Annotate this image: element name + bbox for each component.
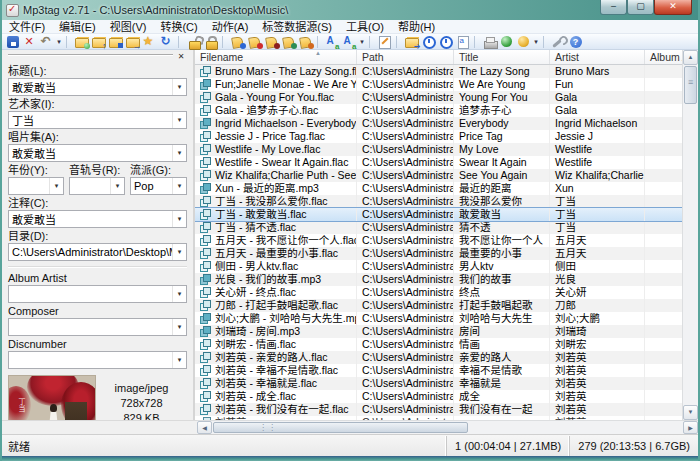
dropdown-caret-icon[interactable]: ▾ <box>55 35 63 49</box>
file-row[interactable]: 刀郎 - 打起手鼓唱起歌.flacC:\Users\Administrat...… <box>195 299 682 312</box>
tag-save-icon[interactable] <box>230 35 246 49</box>
lock-open-icon[interactable] <box>186 35 202 49</box>
scroll-up-button[interactable]: ▲ <box>683 50 698 65</box>
file-row[interactable]: 五月天 - 最重要的小事.flacC:\Users\Administrat...… <box>195 247 682 260</box>
folder-export-icon[interactable] <box>404 35 420 49</box>
file-row[interactable]: Gala - 追梦赤子心.flacC:\Users\Administrat...… <box>195 104 682 117</box>
menu-item-7[interactable]: 工具(O) <box>339 20 391 34</box>
vertical-scrollbar[interactable]: ▲ ▼ <box>682 50 698 420</box>
menu-item-4[interactable]: 转换(C) <box>153 20 204 34</box>
scroll-right-button[interactable]: ▶ <box>683 421 698 434</box>
file-row[interactable]: Jessie J - Price Tag.flacC:\Users\Admini… <box>195 130 682 143</box>
tag-paste-icon[interactable] <box>281 35 297 49</box>
edit-note-icon[interactable] <box>377 35 393 49</box>
chevron-down-icon[interactable]: ▾ <box>172 178 186 194</box>
folder-save-icon[interactable] <box>108 35 124 49</box>
file-row[interactable]: 刘畊宏 - 情画.flacC:\Users\Administrat...情画刘畊… <box>195 338 682 351</box>
file-row[interactable]: Fun;Janelle Monae - We Are Young.m...C:\… <box>195 78 682 91</box>
file-row[interactable]: 刘心;大鹏 - 刘哈哈与大先生.mp3C:\Users\Administrat.… <box>195 312 682 325</box>
save-icon[interactable] <box>5 35 21 49</box>
file-row[interactable]: Bruno Mars - The Lazy Song.flacC:\Users\… <box>195 65 682 78</box>
undo-icon[interactable] <box>39 35 55 49</box>
chevron-down-icon[interactable]: ▾ <box>172 145 186 161</box>
menu-item-1[interactable]: 文件(F) <box>2 20 52 34</box>
file-row[interactable]: 侧田 - 男人ktv.flacC:\Users\Administrat...男人… <box>195 260 682 273</box>
tag-field-combobox[interactable]: ▾ <box>8 351 187 369</box>
album-art-thumbnail[interactable]: 丁当 <box>8 375 96 420</box>
tag-field-combobox[interactable]: ▾ <box>69 177 125 195</box>
tools-wrench-icon[interactable] <box>551 35 567 49</box>
dropdown-caret-icon[interactable]: ▾ <box>532 35 540 49</box>
chevron-down-icon[interactable]: ▾ <box>172 244 186 260</box>
file-row[interactable]: 刘若英 - 成全.flacC:\Users\Administrat...成全刘若… <box>195 390 682 403</box>
horizontal-scrollbar[interactable]: ◀ ▶ <box>197 420 698 434</box>
tag-field-combobox[interactable]: 敢爱敢当▾ <box>8 78 187 96</box>
tag-to-filename-icon[interactable] <box>342 35 358 49</box>
filename-to-tag-icon[interactable] <box>325 35 341 49</box>
chevron-down-icon[interactable]: ▾ <box>172 319 186 335</box>
chevron-down-icon[interactable]: ▾ <box>172 352 186 368</box>
column-header-album-a[interactable]: Album A <box>645 50 682 64</box>
menu-item-3[interactable]: 视图(V) <box>103 20 154 34</box>
menu-item-6[interactable]: 标签数据源(S) <box>255 20 339 34</box>
scroll-left-button[interactable]: ◀ <box>197 421 212 434</box>
title-bar[interactable]: Mp3tag v2.71 - C:\Users\Administrator\De… <box>2 0 698 20</box>
file-row[interactable]: Ingrid Michaelson - Everybody.mp3C:\User… <box>195 117 682 130</box>
tag-field-combobox[interactable]: Pop▾ <box>130 177 187 195</box>
file-row[interactable]: 刘若英 - …C:\Users\Administrat...…刘若英 <box>195 416 682 420</box>
remove-icon[interactable] <box>22 35 38 49</box>
tag-field-combobox[interactable]: ▾ <box>8 318 187 336</box>
tag-cut-icon[interactable] <box>298 35 314 49</box>
tag-copy-icon[interactable] <box>264 35 280 49</box>
file-row[interactable]: Westlife - My Love.flacC:\Users\Administ… <box>195 143 682 156</box>
tag-field-combobox[interactable]: C:\Users\Administrator\Desktop\Music▾ <box>8 243 187 261</box>
tag-panel-close-button[interactable]: ✕ <box>175 51 187 62</box>
column-header-artist[interactable]: Artist <box>550 50 645 64</box>
file-row[interactable]: Westlife - Swear It Again.flacC:\Users\A… <box>195 156 682 169</box>
tag-field-combobox[interactable]: 敢爱敢当▾ <box>8 210 187 228</box>
menu-item-5[interactable]: 动作(A) <box>205 20 256 34</box>
help-icon[interactable] <box>568 35 584 49</box>
maximize-button[interactable]: ▢ <box>627 0 654 15</box>
chevron-down-icon[interactable]: ▾ <box>172 286 186 302</box>
file-row[interactable]: 刘若英 - 亲爱的路人.flacC:\Users\Administrat...亲… <box>195 351 682 364</box>
tag-field-combobox[interactable]: 敢爱敢当▾ <box>8 144 187 162</box>
column-header-filename[interactable]: Filename <box>195 50 357 64</box>
chevron-down-icon[interactable]: ▾ <box>172 211 186 227</box>
chevron-down-icon[interactable]: ▾ <box>49 178 63 194</box>
horizontal-scroll-track[interactable] <box>469 421 683 434</box>
dropdown-caret-icon[interactable]: ▾ <box>358 35 366 49</box>
file-row[interactable]: Xun - 最近的距离.mp3C:\Users\Administrat...最近… <box>195 182 682 195</box>
tag-field-combobox[interactable]: ▾ <box>8 177 64 195</box>
file-row[interactable]: 丁当 - 敢爱敢当.flacC:\Users\Administrat...敢爱敢… <box>195 207 682 222</box>
lock-closed-icon[interactable] <box>203 35 219 49</box>
refresh-icon[interactable] <box>159 35 175 49</box>
file-row[interactable]: Gala - Young For You.flacC:\Users\Admini… <box>195 91 682 104</box>
vertical-scroll-thumb[interactable] <box>684 66 697 104</box>
file-row[interactable]: 丁当 - 猜不透.flacC:\Users\Administrat...猜不透丁… <box>195 221 682 234</box>
web-source-yellow-icon[interactable] <box>516 35 532 49</box>
file-row[interactable]: 刘若英 - 幸福不是情歌.flacC:\Users\Administrat...… <box>195 364 682 377</box>
timer2-icon[interactable] <box>438 35 454 49</box>
folder-open-icon[interactable] <box>74 35 90 49</box>
tag-remove-icon[interactable] <box>247 35 263 49</box>
file-row[interactable]: 刘若英 - 我们没有在一起.flacC:\Users\Administrat..… <box>195 403 682 416</box>
panel-grip[interactable]: ✕ <box>8 54 173 63</box>
star-icon[interactable] <box>142 35 158 49</box>
file-row[interactable]: 光良 - 我们的故事.mp3C:\Users\Administrat...我们的… <box>195 273 682 286</box>
folder-go-icon[interactable] <box>125 35 141 49</box>
column-header-path[interactable]: Path <box>357 50 454 64</box>
timer-icon[interactable] <box>421 35 437 49</box>
file-row[interactable]: 五月天 - 我不愿让你一个人.flacC:\Users\Administrat.… <box>195 234 682 247</box>
textdoc-icon[interactable] <box>455 35 471 49</box>
file-row[interactable]: 刘瑞琦 - 房间.mp3C:\Users\Administrat...房间刘瑞琦 <box>195 325 682 338</box>
chevron-down-icon[interactable]: ▾ <box>172 112 186 128</box>
file-row[interactable]: 刘若英 - 幸福就是.flacC:\Users\Administrat...幸福… <box>195 377 682 390</box>
tag-field-combobox[interactable]: ▾ <box>8 285 187 303</box>
vertical-scroll-track[interactable] <box>683 105 698 405</box>
file-row[interactable]: Wiz Khalifa;Charlie Puth - See You Ag...… <box>195 169 682 182</box>
menu-item-2[interactable]: 编辑(E) <box>52 20 103 34</box>
web-source-green-icon[interactable] <box>499 35 515 49</box>
close-button[interactable]: ✕ <box>654 0 692 15</box>
horizontal-scroll-thumb[interactable] <box>213 422 468 433</box>
